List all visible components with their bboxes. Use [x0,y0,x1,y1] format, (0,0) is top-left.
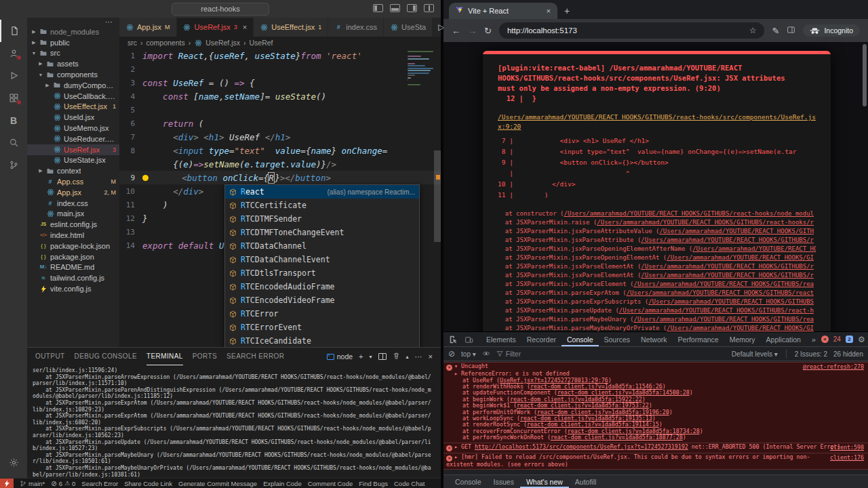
activity-source-control-icon[interactable] [0,154,27,176]
activity-accounts-icon[interactable] [0,42,27,64]
new-terminal-icon[interactable]: + [359,352,363,361]
console-error-uncaught[interactable]: ×▾ Uncaught@react-refresh:278▸ Reference… [443,362,868,443]
suggestion-rtcdtmftonechangeevent[interactable]: RTCDTMFToneChangeEvent [225,226,419,239]
stack-file-link[interactable]: /Users/ammarahmad/YOUTUBE/REACT HOOKS/GI… [641,237,814,243]
editor-tab-useref-jsx[interactable]: UseRef.jsx3× [177,18,254,37]
page-scrollbar[interactable] [863,44,867,106]
activity-settings-icon[interactable] [0,451,27,474]
stack-file-link[interactable]: /Users/ammarahmad/YOUTUBE/REACT HOOKS/GI… [659,228,814,235]
devtools-tab-performance[interactable]: Performance [673,332,724,346]
panel-tab-terminal[interactable]: TERMINAL [146,348,183,365]
stack-file-link[interactable]: /Users/ammarahmad/YOUTUBE/REACT HOOKS/GI… [633,316,814,323]
tab-close-icon[interactable]: × [547,7,551,15]
tree-item-components[interactable]: ▼components [27,69,119,80]
suggestion-rtcencodedaudioframe[interactable]: RTCEncodedAudioFrame [225,280,419,293]
breadcrumb-item[interactable]: src [127,39,137,47]
tree-item-eslint-config-js[interactable]: JSeslint.config.js [27,219,119,230]
suggestion-rtcicecandidate[interactable]: RTCIceCandidate [225,334,419,347]
tree-item-useref-jsx[interactable]: UseRef.jsx3 [27,144,119,155]
drawer-tab-issues[interactable]: Issues [488,475,520,488]
tree-item-vite-config-js[interactable]: vite.config.js [27,283,119,294]
console-error-network[interactable]: ×▸ GET http://localhost:5173/src/compone… [443,443,868,453]
activity-bito-icon[interactable]: B [0,109,27,131]
tree-item-context[interactable]: ▶context [27,165,119,176]
tab-close-icon[interactable]: × [243,23,247,31]
status-item-explain-code[interactable]: Explain Code [263,480,302,487]
new-tab-icon[interactable]: + [557,5,576,19]
issues-count-badge[interactable]: 2 [846,336,853,343]
panel-tab-debug-console[interactable]: DEBUG CONSOLE [75,348,137,365]
tree-item-src[interactable]: ▼src [27,48,119,59]
editor-tab-useeffect-jsx[interactable]: UseEffect.jsx1 [254,18,328,37]
console-messages[interactable]: ×▾ Uncaught@react-refresh:278▸ Reference… [443,362,868,474]
suggestion-rtcerror[interactable]: RTCError [225,307,419,321]
devtools-tab-application[interactable]: Application [761,332,806,346]
clear-console-icon[interactable]: ⊘ [448,349,455,359]
status-item-generate-commit-message[interactable]: Generate Commit Message [178,480,257,487]
tree-item-app-css[interactable]: #App.cssM [27,176,119,187]
editor-tab-index-css[interactable]: #index.css [328,18,384,37]
more-tabs-icon[interactable]: » [806,332,821,346]
toggle-panel-icon[interactable] [390,4,400,12]
tree-item-usememo-jsx[interactable]: UseMemo.jsx [27,123,119,134]
stack-file-link[interactable]: /Users/ammarahmad/YOUTUBE/REACT HOOKS/GI… [627,289,814,296]
device-toolbar-icon[interactable] [461,336,477,344]
tree-item-readme-md[interactable]: M↓README.md [27,262,119,273]
terminal-instance[interactable]: node [327,352,353,361]
stack-file-link[interactable]: /Users/ammarahmad/YOUTUBE/REACT HOOKS/GI… [597,219,814,226]
devtools-tab-elements[interactable]: Elements [481,332,521,346]
stack-file-link[interactable]: /Users/ammarahmad/YOUTUBE/REACT HOOKS/GI… [619,307,814,314]
panel-tab-output[interactable]: OUTPUT [35,348,65,365]
status-item-share-code-link[interactable]: Share Code Link [124,480,172,487]
tree-item-index-css[interactable]: #index.css [27,198,119,209]
remote-indicator-icon[interactable] [0,479,14,488]
panel-tab-ports[interactable]: PORTS [193,348,217,365]
log-levels-select[interactable]: Default levels ▾ [732,350,778,358]
tree-item-assets[interactable]: ▶assets [27,58,119,69]
breadcrumb-item[interactable]: UseRef [249,39,273,47]
back-icon[interactable]: ← [452,26,460,36]
git-branch-status[interactable]: main* [20,480,45,487]
live-expression-eye-icon[interactable] [482,350,490,359]
tree-item-useeffect-jsx[interactable]: UseEffect.jsx1 [27,102,119,113]
suggestion-rtcdatachannel[interactable]: RTCDataChannel [225,239,419,253]
breadcrumb-item[interactable]: components [146,39,185,47]
tree-item-app-jsx[interactable]: App.jsx2, M [27,187,119,198]
stack-file-link[interactable]: /Users/ammarahmad/YOUTUBE/REACT HOOKS/GI [667,325,814,331]
error-file-link[interactable]: /Users/ammarahmad/YOUTUBE/REACT HOOKS/GI… [498,113,816,131]
toggle-sidebar-icon[interactable] [373,4,383,12]
console-error-hmr[interactable]: ×▸ [hmr] Failed to reload /src/component… [443,453,868,470]
devtools-settings-icon[interactable]: ⚙ [858,335,865,344]
devtools-tab-sources[interactable]: Sources [599,332,636,346]
console-error-count-icon[interactable]: × [821,336,829,343]
tree-item-usereducer-jsx[interactable]: UseReducer.jsx [27,134,119,144]
devtools-tab-network[interactable]: Network [635,332,673,346]
terminal-dropdown-icon[interactable]: ▾ [370,354,372,360]
vite-error-overlay[interactable]: [plugin:vite:react-babel] /Users/ammarah… [483,51,831,331]
minimap[interactable] [408,51,435,87]
lightbulb-icon[interactable] [142,175,149,181]
explorer-more-actions-icon[interactable]: ⋯ [105,18,113,26]
tree-item-index-html[interactable]: </>index.html [27,230,119,241]
command-center[interactable]: react-hooks [172,3,269,16]
suggestion-rtcdatachannelevent[interactable]: RTCDataChannelEvent [225,253,419,266]
activity-extensions-icon[interactable] [0,87,27,109]
drawer-tab-console[interactable]: Console [449,475,488,488]
activity-search-icon[interactable] [0,131,27,154]
terminal-output[interactable]: ser/lib/index.js:11596:24) at JSXParserM… [27,365,441,478]
status-item-find-bugs[interactable]: Find Bugs [359,480,388,487]
editor-tab-usesta[interactable]: UseSta [384,18,433,37]
stack-file-link[interactable]: /Users/ammarahmad/YOUTUBE/REACT HOOKS/GI… [641,263,814,270]
stack-file-link[interactable]: /Users/ammarahmad/YOUTUBE/REACT HOOKS/ [692,245,816,252]
tree-item-useid-jsx[interactable]: UseId.jsx [27,112,119,123]
suggestion-rtcdtlstransport[interactable]: RTCDtlsTransport [225,266,419,280]
status-item-comment-code[interactable]: Comment Code [308,480,353,487]
console-context-select[interactable]: top ▾ [461,350,476,358]
suggestion-rtcdtmfsender[interactable]: RTCDTMFSender [225,212,419,226]
tree-item-dumycomponent[interactable]: ▶dumyComponent [27,80,119,91]
request-url-link[interactable]: http://localhost:5173/src/components/Use… [475,443,688,450]
customize-layout-icon[interactable] [424,4,434,12]
split-terminal-icon[interactable] [378,353,387,360]
bookmark-star-icon[interactable]: ☆ [749,26,757,35]
tree-item-package-json[interactable]: { }package.json [27,251,119,262]
